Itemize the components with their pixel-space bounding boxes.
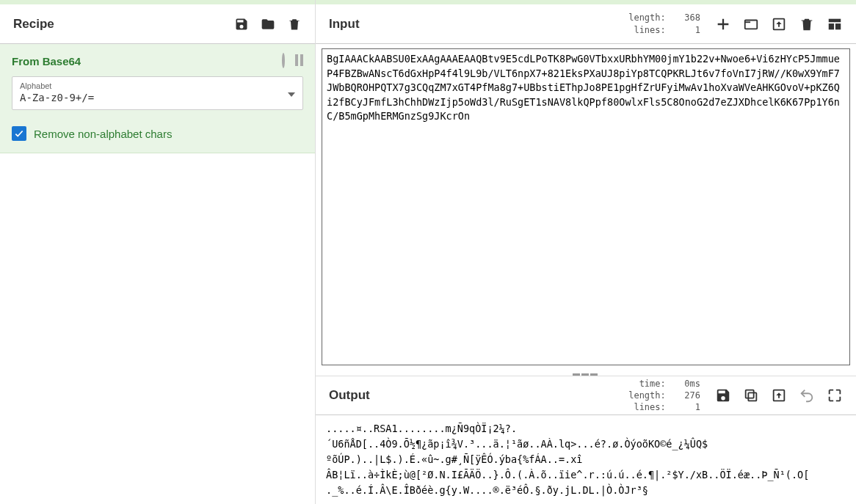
input-stats: length: 368 lines: 1 [625, 12, 700, 35]
clear-input-icon[interactable] [799, 16, 815, 32]
reset-layout-icon[interactable] [827, 16, 843, 32]
output-header: Output time: 0ms length: 276 lines: 1 [316, 376, 856, 415]
pause-operation-icon[interactable] [295, 54, 303, 67]
save-recipe-icon[interactable] [234, 17, 249, 32]
svg-rect-6 [746, 390, 754, 398]
maximize-output-icon[interactable] [827, 387, 843, 403]
alphabet-value: A-Za-z0-9+/= [20, 92, 295, 103]
open-folder-icon[interactable] [261, 17, 275, 32]
disable-operation-icon[interactable] [282, 54, 285, 67]
output-title: Output [329, 388, 625, 403]
output-textarea[interactable]: .....¤..RSA1........m¿Ñ9qÒÏ¡2¼?. ´U6ñÅD[… [316, 415, 856, 504]
remove-non-alphabet-label: Remove non-alphabet chars [34, 128, 172, 140]
svg-rect-2 [829, 18, 841, 22]
add-input-tab-icon[interactable] [715, 16, 731, 32]
alphabet-label: Alphabet [20, 81, 295, 90]
copy-output-icon[interactable] [743, 387, 759, 403]
input-textarea[interactable]: BgIAAACkAABSU0ExAAgAAAEAAQBtv9E5cdLPoTK8… [322, 48, 850, 365]
open-folder-input-icon[interactable] [743, 16, 759, 32]
svg-rect-0 [745, 20, 758, 29]
delete-recipe-icon[interactable] [287, 17, 302, 32]
svg-rect-3 [829, 23, 834, 29]
recipe-title: Recipe [13, 17, 234, 32]
operation-title: From Base64 [12, 55, 282, 67]
dropdown-caret-icon [288, 87, 295, 100]
open-file-input-icon[interactable] [771, 16, 787, 32]
svg-rect-4 [835, 23, 841, 29]
remove-non-alphabet-checkbox[interactable] [12, 126, 26, 141]
input-header: Input length: 368 lines: 1 [316, 4, 856, 44]
svg-rect-5 [748, 393, 756, 401]
undo-icon[interactable] [799, 387, 815, 403]
alphabet-select[interactable]: Alphabet A-Za-z0-9+/= [12, 76, 303, 110]
save-output-icon[interactable] [715, 387, 731, 403]
recipe-header: Recipe [0, 4, 315, 44]
output-stats: time: 0ms length: 276 lines: 1 [625, 378, 700, 414]
input-title: Input [329, 17, 625, 32]
resize-handle[interactable]: ▬▬▬ [316, 370, 856, 376]
move-output-to-input-icon[interactable] [771, 387, 787, 403]
operation-card-from-base64: From Base64 Alphabet A-Za-z0-9+/= Remove… [0, 44, 315, 153]
